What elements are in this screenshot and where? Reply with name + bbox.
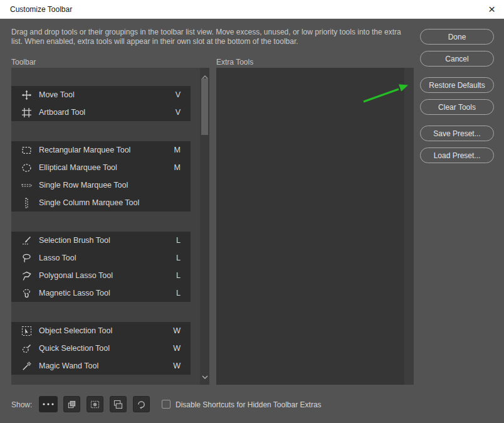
cancel-button[interactable]: Cancel [420,51,494,67]
toolbar-panel-label: Toolbar [11,58,36,67]
tool-row-quick-selection[interactable]: Quick Selection Tool W [11,340,191,357]
titlebar: Customize Toolbar × [0,0,504,19]
disable-shortcuts-label: Disable Shortcuts for Hidden Toolbar Ext… [176,400,322,409]
tool-row-rectangular-marquee[interactable]: Rectangular Marquee Tool M [11,141,191,159]
tool-row-lasso[interactable]: Lasso Tool L [11,249,191,267]
done-button[interactable]: Done [420,29,494,45]
tool-shortcut: M [174,146,181,154]
polygonal-lasso-icon [21,270,32,281]
rotate-view-button[interactable] [133,396,150,412]
tool-shortcut: M [174,163,181,172]
tool-shortcut: L [176,271,181,280]
tool-group-lasso: Selection Brush Tool L Lasso Tool L Poly… [11,232,191,302]
tool-shortcut: L [176,289,181,297]
tool-label: Quick Selection Tool [39,344,110,353]
single-row-marquee-icon [21,180,32,191]
tool-shortcut: W [173,326,181,335]
clear-tools-button[interactable]: Clear Tools [420,99,494,115]
tool-label: Elliptical Marquee Tool [39,163,117,172]
tool-shortcut: W [173,361,181,370]
tool-row-selection-brush[interactable]: Selection Brush Tool L [11,232,191,249]
elliptical-marquee-icon [21,163,32,173]
tool-label: Object Selection Tool [39,326,112,335]
toolbar-list-panel[interactable]: Move Tool V Artboard Tool V Rectangular … [11,68,209,385]
rotate-view-icon [137,400,146,409]
quick-selection-icon [21,343,32,354]
scrollbar-thumb[interactable] [201,78,208,135]
close-icon[interactable]: × [488,3,495,15]
extra-tools-scrollbar[interactable] [404,68,414,385]
lasso-icon [21,253,32,264]
extra-tools-panel-label: Extra Tools [216,58,253,67]
tool-row-move[interactable]: Move Tool V [11,86,191,104]
tool-group-marquee: Rectangular Marquee Tool M Elliptical Ma… [11,141,191,212]
restore-defaults-button[interactable]: Restore Defaults [420,77,494,93]
screen-mode-icon [113,400,123,409]
tool-row-single-row-marquee[interactable]: Single Row Marquee Tool [11,176,191,194]
tool-shortcut: W [173,344,181,353]
extra-tools-panel[interactable] [216,68,414,385]
quick-mask-button[interactable] [87,396,103,412]
toolbar-scrollbar[interactable] [200,68,209,385]
show-label: Show: [11,400,32,409]
tool-label: Magic Wand Tool [39,361,98,370]
window-title: Customize Toolbar [10,5,72,14]
artboard-tool-icon [21,107,32,118]
tool-group-move: Move Tool V Artboard Tool V [11,86,191,121]
tool-row-single-column-marquee[interactable]: Single Column Marquee Tool [11,194,191,212]
tool-row-magic-wand[interactable]: Magic Wand Tool W [11,357,191,375]
save-preset-button[interactable]: Save Preset... [420,126,494,141]
ellipsis-icon [42,402,55,407]
magnetic-lasso-icon [21,288,32,299]
tool-label: Lasso Tool [39,254,76,262]
tool-label: Polygonal Lasso Tool [39,271,113,280]
tool-group-selection: Object Selection Tool W Quick Selection … [11,322,191,375]
tool-label: Selection Brush Tool [39,236,110,245]
screen-mode-button[interactable] [110,396,127,412]
tool-row-polygonal-lasso[interactable]: Polygonal Lasso Tool L [11,267,191,284]
tool-row-magnetic-lasso[interactable]: Magnetic Lasso Tool L [11,284,191,302]
move-tool-icon [21,90,32,100]
selection-brush-icon [21,235,32,246]
tool-label: Move Tool [39,90,75,99]
disable-shortcuts-checkbox[interactable] [162,400,171,409]
dialog-description: Drag and drop tools or their groupings i… [11,28,405,46]
single-column-marquee-icon [21,198,32,208]
color-swatches-button[interactable] [63,396,80,412]
tool-label: Single Column Marquee Tool [39,198,139,207]
magic-wand-icon [21,361,32,372]
tool-shortcut: L [176,236,181,245]
tool-row-elliptical-marquee[interactable]: Elliptical Marquee Tool M [11,159,191,176]
scroll-down-icon[interactable] [201,370,208,382]
tool-label: Artboard Tool [39,108,85,117]
tool-label: Rectangular Marquee Tool [39,146,130,154]
extra-tools-slot-button[interactable] [39,396,58,412]
tool-shortcut: L [176,254,181,262]
quick-mask-icon [90,400,100,409]
color-swatches-icon [67,400,76,409]
tool-row-artboard[interactable]: Artboard Tool V [11,104,191,121]
load-preset-button[interactable]: Load Preset... [420,147,494,163]
tool-shortcut: V [176,90,181,99]
tool-shortcut: V [176,108,181,117]
tool-label: Magnetic Lasso Tool [39,289,110,297]
tool-label: Single Row Marquee Tool [39,181,128,190]
rectangular-marquee-icon [21,145,32,156]
object-selection-icon [21,326,32,336]
tool-row-object-selection[interactable]: Object Selection Tool W [11,322,191,340]
